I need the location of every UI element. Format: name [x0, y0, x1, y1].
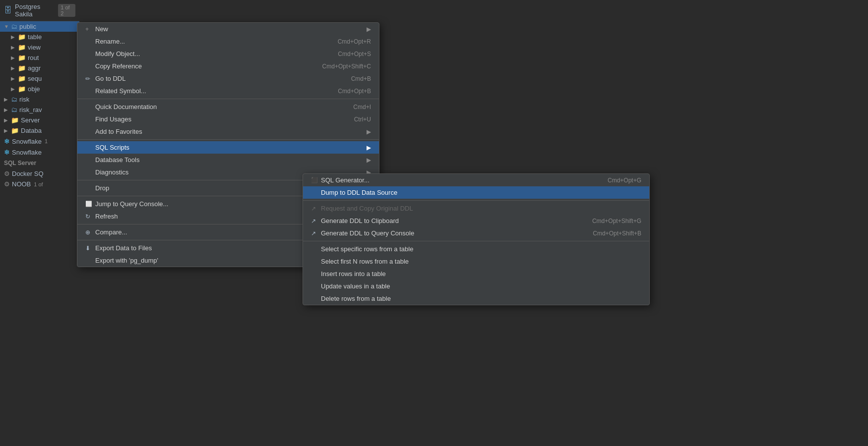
submenu-item-label: Delete rows from a table: [321, 295, 641, 302]
submenu-item-label: Dump to DDL Data Source: [321, 189, 641, 196]
tree-item-label: obje: [28, 85, 40, 93]
menu-item-rename[interactable]: Rename... Cmd+Opt+R: [77, 35, 379, 48]
tree-item-objects[interactable]: ▶ 📁 obje: [0, 84, 79, 94]
submenu-item-request-copy[interactable]: ↗ Request and Copy Original DDL: [303, 202, 649, 215]
shortcut: Cmd+Opt+R: [338, 38, 371, 45]
folder-icon: 📁: [18, 33, 26, 41]
shortcut: Cmd+Opt+Shift+B: [593, 230, 641, 237]
tree-item-label: Snowflake: [12, 149, 42, 156]
folder-icon: 📁: [11, 127, 19, 134]
submenu-item-sql-gen[interactable]: ⬛ SQL Generator... Cmd+Opt+G: [303, 174, 649, 186]
submenu-arrow: ▶: [367, 157, 371, 164]
tree-item-docker[interactable]: ⚙ Docker SQ: [0, 168, 79, 179]
edit-icon: ✏: [85, 75, 95, 82]
menu-item-label: Add to Favorites: [95, 128, 363, 135]
link-icon: ↗: [311, 230, 321, 237]
tree-item-sequences[interactable]: ▶ 📁 sequ: [0, 73, 79, 84]
submenu-item-label: Select specific rows from a table: [321, 245, 641, 253]
submenu-item-gen-console[interactable]: ↗ Generate DDL to Query Console Cmd+Opt+…: [303, 227, 649, 239]
expand-arrow: ▶: [4, 128, 9, 133]
submenu-item-label: Update values in a table: [321, 282, 641, 290]
tree-item-risk-raw[interactable]: ▶ 🗂 risk_rav: [0, 105, 79, 115]
tree-item-label: view: [28, 44, 41, 51]
submenu-separator-1: [303, 200, 649, 201]
menu-item-quick-doc[interactable]: Quick Documentation Cmd+I: [77, 101, 379, 113]
submenu-item-gen-clipboard[interactable]: ↗ Generate DDL to Clipboard Cmd+Opt+Shif…: [303, 215, 649, 227]
sql-server-section: SQL Server: [0, 158, 79, 168]
menu-item-go-ddl[interactable]: ✏ Go to DDL Cmd+B: [77, 72, 379, 85]
submenu-item-update-values[interactable]: Update values in a table: [303, 280, 649, 292]
tree-item-public[interactable]: ▼ 🗂 public: [0, 21, 79, 32]
menu-item-sql-scripts[interactable]: SQL Scripts ▶: [77, 141, 379, 154]
snowflake-icon: ❄: [4, 137, 10, 145]
compare-icon: ⊕: [85, 229, 95, 236]
database-badge: 1 of 2: [58, 4, 75, 17]
tree-item-snowflake-2[interactable]: ❄ Snowflake: [0, 147, 79, 158]
menu-item-db-tools[interactable]: Database Tools ▶: [77, 154, 379, 166]
submenu-item-select-first-n[interactable]: Select first N rows from a table: [303, 255, 649, 268]
tree-item-snowflake-1[interactable]: ❄ Snowflake 1: [0, 136, 79, 147]
expand-arrow: ▼: [4, 24, 9, 29]
menu-item-label: Compare...: [95, 228, 331, 236]
tree-item-label: rout: [28, 54, 39, 61]
menu-item-label: Refresh: [95, 213, 331, 220]
menu-item-new[interactable]: + New ▶: [77, 23, 379, 35]
shortcut: Cmd+Opt+G: [608, 177, 641, 184]
tree-item-views[interactable]: ▶ 📁 view: [0, 42, 79, 53]
tree-item-label: risk_rav: [19, 106, 42, 113]
tree-item-tables[interactable]: ▶ 📁 table: [0, 32, 79, 42]
menu-item-label: Modify Object...: [95, 50, 318, 57]
submenu-item-delete-rows[interactable]: Delete rows from a table: [303, 292, 649, 305]
submenu-arrow: ▶: [367, 26, 371, 33]
folder-icon: 📁: [11, 116, 19, 124]
menu-item-find[interactable]: Find Usages Ctrl+U: [77, 113, 379, 125]
sql-gen-icon: ⬛: [311, 177, 321, 183]
expand-arrow: ▶: [11, 86, 16, 92]
shortcut: Cmd+B: [351, 75, 371, 82]
tree-item-routines[interactable]: ▶ 📁 rout: [0, 53, 79, 63]
shortcut: Cmd+Opt+Shift+C: [322, 63, 371, 70]
export-icon: ⬇: [85, 245, 95, 252]
folder-icon: 📁: [18, 64, 26, 72]
tree-item-label: aggr: [28, 64, 41, 72]
menu-item-favorites[interactable]: Add to Favorites ▶: [77, 125, 379, 138]
gear-icon: ⚙: [4, 170, 10, 177]
menu-item-label: Related Symbol...: [95, 87, 318, 95]
tree-item-label: Server: [21, 116, 40, 124]
submenu-item-label: Insert rows into a table: [321, 270, 641, 278]
menu-item-modify[interactable]: Modify Object... Cmd+Opt+S: [77, 48, 379, 60]
folder-icon: 📁: [18, 54, 26, 61]
tree-item-label: Docker SQ: [12, 170, 44, 177]
sidebar: 🗄 Postgres Sakila 1 of 2 ▼ 🗂 public ▶ 📁 …: [0, 0, 79, 446]
tree-item-label: table: [28, 33, 42, 41]
menu-item-related[interactable]: Related Symbol... Cmd+Opt+B: [77, 85, 379, 97]
expand-arrow: ▶: [11, 76, 16, 81]
menu-item-copy-ref[interactable]: Copy Reference Cmd+Opt+Shift+C: [77, 60, 379, 72]
tree-item-label: public: [19, 23, 36, 30]
snowflake-badge: 1: [45, 138, 48, 144]
menu-item-label: New: [95, 25, 363, 33]
tree-item-server[interactable]: ▶ 📁 Server: [0, 115, 79, 125]
folder-icon: 📁: [18, 44, 26, 51]
schema-icon: 🗂: [11, 106, 17, 113]
expand-arrow: ▶: [11, 65, 16, 71]
tree-item-noob[interactable]: ⚙ NOOB 1 of: [0, 179, 79, 189]
submenu-item-select-specific[interactable]: Select specific rows from a table: [303, 243, 649, 255]
separator-2: [77, 139, 379, 140]
shortcut: Cmd+I: [353, 104, 371, 111]
refresh-icon: ↻: [85, 213, 95, 220]
menu-item-label: Quick Documentation: [95, 103, 333, 111]
tree-item-risk[interactable]: ▶ 🗂 risk: [0, 94, 79, 105]
submenu-item-label: Generate DDL to Clipboard: [321, 217, 572, 224]
menu-item-label: Drop: [95, 184, 334, 192]
submenu-item-insert-rows[interactable]: Insert rows into a table: [303, 268, 649, 280]
submenu-item-dump-ddl[interactable]: Dump to DDL Data Source: [303, 186, 649, 199]
tree-item-database[interactable]: ▶ 📁 Databa: [0, 125, 79, 136]
menu-item-label: Rename...: [95, 38, 318, 45]
gear-icon: ⚙: [4, 180, 10, 188]
submenu-item-label: Request and Copy Original DDL: [321, 205, 641, 212]
menu-item-label: Find Usages: [95, 115, 334, 123]
tree-item-aggregates[interactable]: ▶ 📁 aggr: [0, 63, 79, 73]
expand-arrow: ▶: [11, 34, 16, 40]
separator-1: [77, 99, 379, 99]
